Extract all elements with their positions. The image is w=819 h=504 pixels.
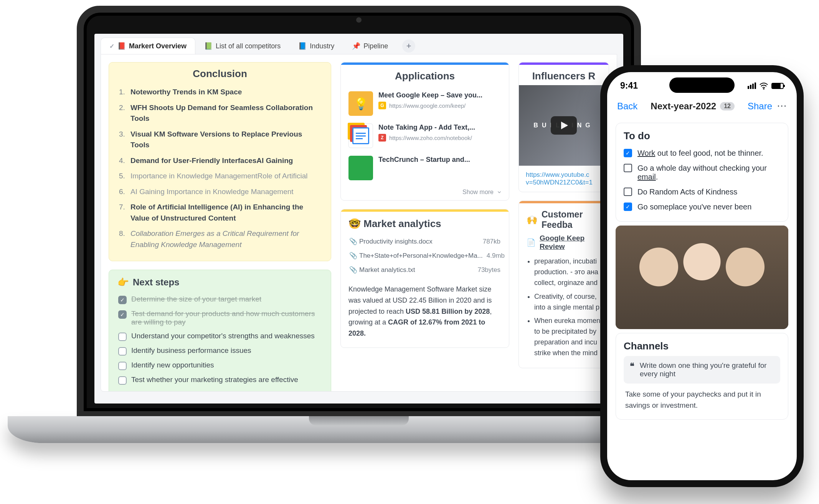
card-title: Applications — [341, 65, 509, 85]
list-item: Role of Artificial Intelligence (AI) in … — [119, 199, 321, 226]
checklist-item[interactable]: Identify business performance issues — [117, 344, 323, 358]
card-title: 🤓 Market analytics — [341, 212, 509, 233]
col-right: Influencers R BUILDING https://www.youtu… — [518, 62, 609, 392]
show-more-button[interactable]: Show more — [341, 186, 509, 200]
app-item[interactable]: Note Taking App - Add Text,... Zhttps://… — [346, 120, 504, 152]
chevron-down-icon — [497, 189, 502, 195]
channels-text: Take some of your paychecks and put it i… — [624, 384, 780, 412]
paperclip-icon: 📎 — [349, 237, 355, 245]
back-button[interactable]: Back — [617, 101, 637, 112]
checkbox-icon[interactable]: ✓ — [118, 310, 127, 319]
document-icon: 📄 — [527, 238, 536, 247]
checklist-item[interactable]: ✓Test demand for your products and how m… — [117, 307, 323, 329]
photo-card[interactable] — [616, 226, 788, 329]
quote-text: Write down one thing you're grateful for… — [640, 361, 774, 378]
card-header: 🙌Customer Feedba — [519, 203, 609, 232]
app-thumb-icon — [348, 124, 373, 148]
card-title: To do — [624, 130, 780, 142]
customer-feedback-card[interactable]: 🙌Customer Feedba 📄 Google Keep Review pr… — [518, 201, 609, 368]
video-thumbnail[interactable]: BUILDING — [519, 85, 609, 166]
svg-point-0 — [763, 89, 764, 89]
checkbox-icon[interactable] — [118, 362, 127, 370]
people-image — [616, 226, 788, 329]
list-item: Creativity, of course, into a single men… — [534, 290, 601, 315]
col-middle: Applications 💡 Meet Google Keep – Save y… — [340, 62, 509, 392]
tab-label: Markert Overview — [129, 42, 187, 50]
app-item[interactable]: 💡 Meet Google Keep – Save you... Ghttps:… — [346, 87, 504, 120]
tab-label: Pipeline — [363, 42, 388, 50]
checkbox-icon[interactable] — [118, 376, 127, 385]
next-steps-card[interactable]: 👉 Next steps ✓Determine the size of your… — [109, 270, 331, 392]
attachment-row[interactable]: 📎Market analytics.txt73bytes — [347, 263, 503, 277]
attachment-row[interactable]: 📎The+State+of+Personal+Knowledge+Ma...4.… — [347, 249, 503, 263]
battery-icon — [771, 83, 784, 89]
influencers-card[interactable]: Influencers R BUILDING https://www.youtu… — [518, 62, 609, 192]
checklist-item[interactable]: Understand your competitor's strengths a… — [117, 329, 323, 344]
feedback-doc-link[interactable]: 📄 Google Keep Review — [519, 232, 609, 255]
tab-industry[interactable]: 📘 Industry — [289, 38, 343, 54]
attachments: 📎Productivity insights.docx787kb 📎The+St… — [341, 233, 509, 278]
pointing-icon: 👉 — [117, 277, 129, 288]
tab-pipeline[interactable]: 📌 Pipeline — [343, 38, 397, 54]
list-item: When eureka momen to be precipitated by … — [534, 314, 601, 360]
phone-device: 9:41 Back Next-year-2022 12 Share⋯ To do… — [600, 65, 804, 487]
feedback-list: preparation, incubati production. - это … — [519, 255, 609, 368]
app-item[interactable]: TechCrunch – Startup and... — [346, 152, 504, 184]
attachment-row[interactable]: 📎Productivity insights.docx787kb — [347, 234, 503, 249]
todo-item[interactable]: Go a whole day without checking your ema… — [624, 161, 780, 184]
book-icon: 📕 — [117, 42, 126, 50]
dynamic-island — [669, 77, 735, 93]
share-button[interactable]: Share⋯ — [748, 100, 787, 112]
checklist-item[interactable]: ✓Determine the size of your target marke… — [117, 292, 323, 307]
checkbox-icon[interactable] — [118, 333, 127, 341]
checkbox-icon[interactable]: ✓ — [118, 296, 127, 304]
app-title: Note Taking App - Add Text,... — [378, 124, 501, 132]
count-badge: 12 — [720, 102, 735, 110]
todo-card[interactable]: To do ✓Work out to feel good, not be thi… — [616, 123, 788, 222]
conclusion-card[interactable]: Conclusion Noteworthy Trends in KM Space… — [109, 62, 331, 261]
checkbox-icon[interactable] — [118, 347, 127, 356]
page-grid: Conclusion Noteworthy Trends in KM Space… — [101, 54, 617, 392]
checkbox-icon[interactable] — [624, 164, 632, 172]
laptop-hinge — [309, 416, 409, 425]
play-icon[interactable] — [551, 116, 577, 135]
checkbox-icon[interactable]: ✓ — [624, 203, 632, 211]
checklist-item[interactable]: Test whether your marketing strategies a… — [117, 373, 323, 387]
link-label[interactable]: Google Keep Review — [540, 234, 601, 251]
tab-competitors[interactable]: 📗 List of all competitors — [195, 38, 289, 54]
show-more-label: Show more — [462, 189, 494, 196]
todo-item[interactable]: ✓Go someplace you've never been — [624, 199, 780, 214]
list-item: WFH Shoots Up Demand for Seamless Collab… — [119, 100, 321, 127]
card-title: Next steps — [133, 277, 179, 288]
col-left: Conclusion Noteworthy Trends in KM Space… — [109, 62, 331, 392]
app-thumb-icon: 💡 — [348, 91, 373, 116]
applications-card[interactable]: Applications 💡 Meet Google Keep – Save y… — [340, 62, 509, 201]
book-icon: 📗 — [204, 42, 213, 50]
list-item: Noteworthy Trends in KM Space — [119, 84, 321, 100]
add-tab-button[interactable]: + — [402, 40, 415, 53]
wifi-icon — [759, 82, 768, 89]
conclusion-list: Noteworthy Trends in KM Space WFH Shoots… — [109, 83, 331, 261]
book-icon: 📘 — [298, 42, 307, 50]
favicon-icon: Z — [378, 134, 386, 142]
video-link[interactable]: https://www.youtube.c v=50hWDN21ZC0&t=1 — [519, 166, 609, 192]
channels-card[interactable]: Channels ❝ Write down one thing you're g… — [616, 333, 788, 420]
checklist-item[interactable]: Identify new opportunities — [117, 358, 323, 373]
tab-market-overview[interactable]: ✓ 📕 Markert Overview — [101, 38, 195, 54]
app-url: https://www.zoho.com/notebook/ — [389, 135, 472, 141]
list-item: Collaboration Emerges as a Critical Requ… — [119, 226, 321, 252]
checkbox-icon[interactable] — [624, 188, 632, 196]
market-analytics-card[interactable]: 🤓 Market analytics 📎Productivity insight… — [340, 209, 509, 348]
checkbox-icon[interactable]: ✓ — [624, 149, 632, 157]
card-title: Channels — [624, 340, 780, 352]
app-url: https://www.google.com/keep/ — [389, 102, 466, 109]
todo-item[interactable]: ✓Work out to feel good, not be thinner. — [624, 146, 780, 161]
more-icon[interactable]: ⋯ — [777, 100, 787, 112]
card-title: Influencers R — [519, 65, 609, 85]
tab-label: Industry — [310, 42, 334, 50]
laptop-bezel: ✓ 📕 Markert Overview 📗 List of all compe… — [77, 6, 641, 418]
camera-icon — [356, 17, 362, 23]
tab-label: List of all competitors — [216, 42, 281, 50]
todo-item[interactable]: Do Random Acts of Kindness — [624, 184, 780, 199]
paperclip-icon: 📎 — [349, 266, 355, 274]
